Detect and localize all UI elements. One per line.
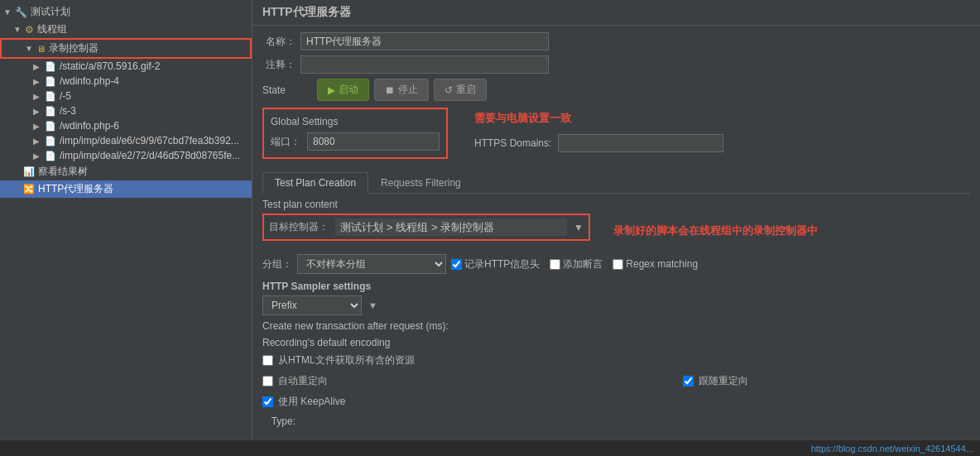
sidebar-item-imp1[interactable]: ▶ 📄 /imp/imp/deal/e6/c9/9/67cbd7fea3b392… [0,133,252,148]
sidebar-item-thread-group[interactable]: ▼ ⚙ 线程组 [0,21,252,38]
proxy-icon: 🔀 [23,184,35,194]
group-label: 分组： [262,257,292,271]
stop-button[interactable]: ⏹ 停止 [374,79,429,101]
expand-arr4: ▶ [33,107,41,116]
wdinfo6-label: /wdinfo.php-6 [60,120,119,132]
start-button[interactable]: ▶ 启动 [317,79,369,101]
https-label: HTTPS Domains: [474,137,551,149]
comment-input[interactable] [300,55,549,74]
test-plan-label: 测试计划 [31,5,70,19]
split-left-3: 使用 KeepAlive [262,395,676,412]
checkbox-record-http[interactable]: 记录HTTP信息头 [451,257,540,271]
prefix-select[interactable]: Prefix [262,295,362,315]
start-label: 启动 [339,83,358,97]
port-input[interactable] [307,132,440,151]
sidebar-item-wdinfo6[interactable]: ▶ 📄 /wdinfo.php-6 [0,118,252,133]
sidebar-item-http-proxy[interactable]: 🔀 HTTP代理服务器 [0,180,252,198]
split-row-3: 使用 KeepAlive [262,395,970,412]
split-left-2: 自动重定向 [262,374,676,391]
cb-fetch-resources[interactable] [262,355,273,366]
s3-label: /s-3 [60,105,76,117]
target-controller-row: 目标控制器： ▼ [262,214,590,241]
restart-button[interactable]: ↺ 重启 [434,79,487,101]
stop-icon: ⏹ [385,84,395,96]
panel-body: 名称： 注释： State ▶ 启动 ⏹ 停止 [252,26,980,439]
target-controller-label: 目标控制器： [269,220,329,234]
sidebar-item-recorder-controller[interactable]: ▼ 🖥 录制控制器 [0,38,252,59]
name-input[interactable] [300,32,549,50]
expand-arrow-recorder: ▼ [25,44,33,53]
port-label: 端口： [271,135,300,149]
expand-arr2: ▶ [33,77,41,86]
checkbox-group: 记录HTTP信息头 添加断言 Regex matching [451,257,970,271]
sidebar-item-results-tree[interactable]: 📊 察看结果树 [0,163,252,180]
sampler-row: Prefix ▼ [262,295,970,315]
sidebar-item-i5[interactable]: ▶ 📄 /-5 [0,89,252,103]
item-icon-1: 📄 [45,61,56,72]
panel-header: HTTP代理服务器 [252,0,980,26]
cb-fetch-resources-row: 从HTML文件获取所有含的资源 [262,353,676,367]
name-row: 名称： [262,32,970,50]
prefix-arrow: ▼ [368,300,377,310]
dropdown-arrow-target[interactable]: ▼ [574,222,584,233]
target-controller-input[interactable] [335,218,567,236]
checkbox-record-http-label: 记录HTTP信息头 [464,257,540,271]
https-input[interactable] [558,134,723,152]
checkbox-regex[interactable]: Regex matching [612,258,698,270]
main-panel: HTTP代理服务器 名称： 注释： State ▶ 启动 [252,0,980,439]
expand-arr5: ▶ [33,122,41,131]
global-settings-title: Global Settings [271,116,440,127]
expand-arr7: ▶ [33,151,41,161]
imp1-label: /imp/imp/deal/e6/c9/9/67cbd7fea3b392... [60,135,239,146]
checkbox-add-assertion-label: 添加断言 [563,257,603,271]
item-icon-2: 📄 [45,76,56,87]
cb-redirect[interactable] [262,376,273,386]
stop-label: 停止 [398,83,418,97]
split-right-2: 跟随重定向 [683,374,970,391]
expand-arrow: ▼ [3,7,12,17]
name-label: 名称： [262,35,295,49]
cb-keepalive-row: 使用 KeepAlive [262,395,676,409]
sidebar-item-imp2[interactable]: ▶ 📄 /imp/imp/deal/e2/72/d/46d578d08765fe… [0,148,252,163]
sidebar-item-s3[interactable]: ▶ 📄 /s-3 [0,103,252,118]
sidebar-item-static[interactable]: ▶ 📄 /static/a/870.5916.gif-2 [0,59,252,74]
tab-test-plan-creation[interactable]: Test Plan Creation [262,172,368,194]
tab-requests-filtering[interactable]: Requests Filtering [368,172,473,193]
cb-follow-redirect[interactable] [683,376,694,386]
cb-keepalive[interactable] [262,396,273,407]
split-left-1: 从HTML文件获取所有含的资源 [262,353,676,371]
cb-redirect-row: 自动重定向 [262,374,676,388]
comment-label: 注释： [262,58,295,72]
tab-test-plan-label: Test Plan Creation [275,177,356,189]
state-row: State ▶ 启动 ⏹ 停止 ↺ 重启 [262,79,970,101]
expand-arr3: ▶ [33,92,41,101]
test-plan-content-label: Test plan content [262,199,970,210]
results-tree-label: 察看结果树 [38,165,88,179]
cb-follow-redirect-label: 跟随重定向 [699,374,748,388]
group-select[interactable]: 不对样本分组 [297,254,446,274]
checkbox-add-assertion-input[interactable] [550,259,560,270]
sidebar-item-test-plan[interactable]: ▼ 🔧 测试计划 [0,3,252,21]
static-label: /static/a/870.5916.gif-2 [60,60,160,72]
panel-title: HTTP代理服务器 [262,5,351,18]
expand-arr6: ▶ [33,137,41,146]
sidebar: ▼ 🔧 测试计划 ▼ ⚙ 线程组 ▼ 🖥 录制控制器 ▶ 📄 /static/a… [0,0,252,439]
checkbox-regex-input[interactable] [612,259,623,270]
checkbox-add-assertion[interactable]: 添加断言 [550,257,603,271]
create-transaction-row: Create new transaction after request (ms… [262,320,970,332]
split-row-1: 从HTML文件获取所有含的资源 [262,353,970,371]
status-url: https://blog.csdn.net/weixin_42614544... [811,444,973,454]
http-sampler-title: HTTP Sampler settings [262,281,970,292]
target-annotation-text: 录制好的脚本会在线程组中的录制控制器中 [613,223,818,238]
sidebar-item-wdinfo4[interactable]: ▶ 📄 /wdinfo.php-4 [0,74,252,89]
cb-fetch-resources-label: 从HTML文件获取所有含的资源 [278,353,415,367]
item-icon-7: 📄 [45,151,56,161]
global-settings-box: Global Settings 端口： [262,108,448,159]
port-row: 端口： [271,132,440,151]
http-proxy-label: HTTP代理服务器 [38,182,113,196]
checkbox-record-http-input[interactable] [451,259,462,270]
restart-icon: ↺ [444,84,453,96]
item-icon-6: 📄 [45,136,56,146]
split-row-2: 自动重定向 跟随重定向 [262,374,970,391]
type-label: Type: [262,415,295,427]
